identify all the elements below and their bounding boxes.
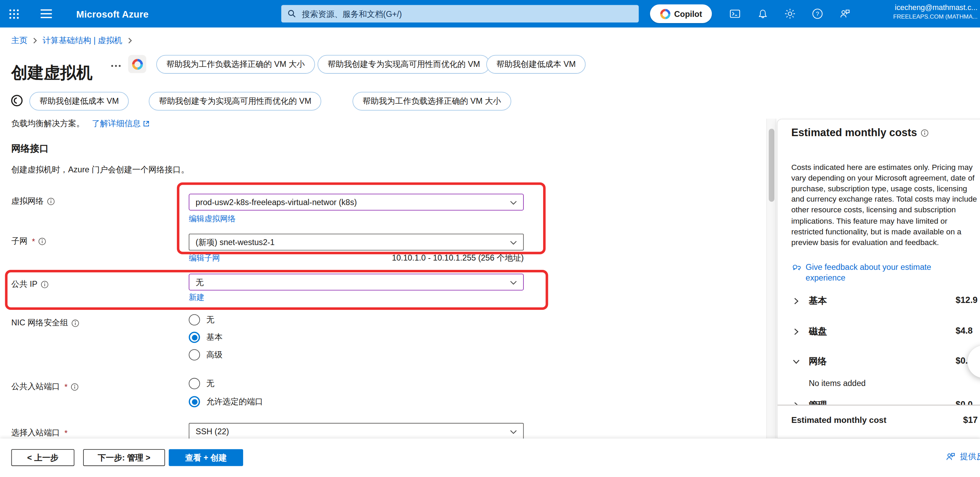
person-feedback-icon: [838, 8, 851, 20]
copilot-suggestion-pill[interactable]: 帮助我创建低成本 VM: [29, 92, 129, 110]
cost-summary-bar: Estimated monthly cost $17: [778, 405, 980, 439]
public-ip-value: 无: [196, 277, 204, 288]
waffle-icon: [9, 9, 18, 18]
radio-icon: [189, 314, 200, 326]
review-create-button[interactable]: 查看 + 创建: [169, 449, 243, 466]
app-launcher-button[interactable]: [0, 0, 28, 27]
clipped-text: 负载均衡解决方案。: [11, 118, 84, 130]
required-marker: *: [32, 237, 35, 246]
inbound-ports-field-label: 公共入站端口 *: [11, 381, 79, 393]
hamburger-menu-button[interactable]: [32, 0, 60, 27]
scrollbar-thumb[interactable]: [768, 129, 774, 202]
vnet-value: prod-usw2-k8s-freeleaps-virtual-networ (…: [196, 197, 356, 207]
svg-text:?: ?: [816, 11, 819, 17]
vnet-dropdown[interactable]: prod-usw2-k8s-freeleaps-virtual-networ (…: [189, 194, 524, 211]
copilot-label: Copilot: [674, 9, 702, 18]
required-marker: *: [64, 382, 68, 391]
copilot-suggestion-pill[interactable]: 帮助我创建专为实现高可用性而优化的 VM: [149, 92, 321, 110]
info-icon[interactable]: [72, 319, 80, 327]
chevron-right-icon: [32, 38, 38, 44]
cost-disclaimer: Costs indicated here are estimates only.…: [791, 162, 979, 248]
public-ip-dropdown[interactable]: 无: [189, 273, 524, 291]
previous-step-button[interactable]: < 上一步: [11, 449, 75, 466]
breadcrumb: 主页 计算基础结构 | 虚拟机: [11, 35, 132, 46]
edit-subnet-link[interactable]: 编辑子网: [189, 253, 220, 263]
help-icon: ?: [811, 8, 824, 20]
copilot-icon: [660, 8, 670, 19]
chevron-down-icon: [509, 238, 518, 247]
cost-row-basic[interactable]: 基本 $12.9: [778, 295, 980, 307]
nsg-option-advanced[interactable]: 高级: [189, 349, 223, 361]
inbound-option-none[interactable]: 无: [189, 378, 214, 390]
clipped-description-line: 负载均衡解决方案。 了解详细信息: [11, 118, 150, 130]
gear-icon: [784, 8, 796, 20]
section-description: 创建虚拟机时，Azure 门户会创建一个网络接口。: [11, 164, 189, 176]
subnet-field-label: 子网 *: [11, 235, 46, 247]
select-ports-field-label: 选择入站端口 *: [11, 428, 68, 439]
radio-icon: [189, 378, 200, 390]
account-email: icecheng@mathmast.c...: [893, 3, 978, 13]
footer-action-bar: < 上一步 下一步: 管理 > 查看 + 创建 提供反馈: [0, 439, 980, 477]
copilot-button[interactable]: Copilot: [650, 5, 712, 23]
cloud-shell-button[interactable]: [721, 0, 749, 27]
cost-network-note: No items added: [809, 378, 865, 388]
copilot-suggestion-pill[interactable]: 帮助我为工作负载选择正确的 VM 大小: [156, 55, 315, 74]
subnet-helper-row: 编辑子网 10.10.1.0 - 10.10.1.255 (256 个地址): [189, 252, 524, 264]
info-icon[interactable]: [921, 129, 929, 137]
chevron-right-icon: [792, 328, 800, 336]
nsg-field-label: NIC 网络安全组: [11, 317, 80, 329]
account-directory: FREELEAPS.COM (MATHMA...: [893, 13, 978, 20]
cost-row-disk[interactable]: 磁盘 $4.8: [778, 325, 980, 338]
product-title[interactable]: Microsoft Azure: [76, 0, 149, 27]
info-icon[interactable]: [47, 197, 55, 205]
subnet-address-range: 10.10.1.0 - 10.10.1.255 (256 个地址): [392, 252, 523, 264]
copilot-outline-icon: [10, 94, 24, 108]
select-ports-value: SSH (22): [196, 427, 229, 436]
person-feedback-icon: [945, 451, 956, 463]
azure-portal-window: Microsoft Azure Copilot: [0, 0, 980, 477]
footer-feedback-link[interactable]: 提供反馈: [945, 451, 980, 463]
page-title: 创建虚拟机: [11, 62, 93, 84]
vertical-scrollbar[interactable]: [766, 119, 776, 439]
cloud-shell-icon: [729, 8, 741, 20]
subnet-dropdown[interactable]: (新项) snet-westus2-1: [189, 234, 524, 251]
more-menu-button[interactable]: [111, 65, 121, 67]
nsg-option-basic[interactable]: 基本: [189, 332, 223, 343]
learn-more-link[interactable]: 了解详细信息: [92, 118, 150, 130]
notifications-button[interactable]: [749, 0, 776, 27]
create-public-ip-link[interactable]: 新建: [189, 292, 204, 303]
info-icon[interactable]: [41, 280, 49, 288]
chevron-down-icon: [509, 428, 518, 436]
inbound-option-allow-selected[interactable]: 允许选定的端口: [189, 396, 263, 407]
info-icon[interactable]: [38, 237, 46, 245]
hamburger-icon: [41, 7, 52, 21]
edit-vnet-link[interactable]: 编辑虚拟网络: [189, 214, 235, 224]
copilot-suggestion-pill[interactable]: 帮助我创建专为实现高可用性而优化的 VM: [318, 55, 490, 74]
next-step-button[interactable]: 下一步: 管理 >: [83, 449, 165, 466]
nsg-option-none[interactable]: 无: [189, 314, 214, 326]
estimated-costs-panel: Estimated monthly costs Costs indicated …: [777, 119, 980, 439]
public-ip-field-label: 公共 IP: [11, 278, 49, 290]
chevron-down-icon: [792, 358, 800, 366]
account-menu[interactable]: icecheng@mathmast.c... FREELEAPS.COM (MA…: [893, 3, 978, 21]
cost-panel-title: Estimated monthly costs: [791, 127, 929, 139]
section-title-network-interface: 网络接口: [11, 143, 49, 155]
cost-total-value: $17: [963, 415, 978, 425]
info-icon[interactable]: [71, 383, 79, 391]
estimate-feedback-link[interactable]: Give feedback about your estimate experi…: [791, 262, 967, 283]
cost-row-network[interactable]: 网络 $0.0: [778, 355, 980, 368]
help-button[interactable]: ?: [804, 0, 831, 27]
copilot-suggestion-pill[interactable]: 帮助我创建低成本 VM: [486, 55, 585, 74]
copilot-badge-button[interactable]: [128, 55, 146, 73]
select-ports-dropdown[interactable]: SSH (22): [189, 423, 524, 440]
cost-total-label: Estimated monthly cost: [791, 415, 886, 425]
global-search-box[interactable]: [282, 5, 639, 23]
required-marker: *: [64, 428, 68, 437]
search-input[interactable]: [301, 8, 632, 19]
feedback-button[interactable]: [831, 0, 859, 27]
copilot-suggestion-pill[interactable]: 帮助我为工作负载选择正确的 VM 大小: [352, 92, 511, 110]
external-link-icon: [142, 120, 150, 127]
breadcrumb-virtual-machines[interactable]: 计算基础结构 | 虚拟机: [42, 35, 122, 46]
breadcrumb-home[interactable]: 主页: [11, 35, 28, 46]
settings-button[interactable]: [776, 0, 804, 27]
